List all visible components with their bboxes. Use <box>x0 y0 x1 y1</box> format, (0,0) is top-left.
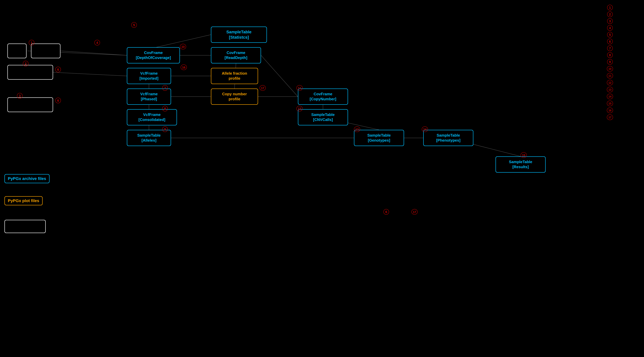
node-covframe-copynumber: CovFrame [CopyNumber] <box>298 88 348 105</box>
node-sample-table-cnvcalls: SampleTable [CNVCalls] <box>298 109 348 126</box>
svg-line-2 <box>53 72 127 76</box>
legend-yellow: PyPGx plot files <box>4 196 42 205</box>
circled-num-10: 10 <box>180 44 186 50</box>
node-allele-fraction: Allele fraction profile <box>211 68 258 84</box>
svg-line-10 <box>261 55 298 97</box>
legend-cyan: PyPGx archive files <box>4 174 50 183</box>
circled-num-17-bottom: 17 <box>412 209 418 215</box>
input-box-2 <box>7 65 53 80</box>
input-box-3 <box>7 97 53 112</box>
node-vcfframe-consolidated: VcfFrame [Consolidated] <box>127 109 177 126</box>
node-sample-table-phenotypes: SampleTable [Phenotypes] <box>423 130 474 146</box>
node-covframe-depth: CovFrame [DepthOfCoverage] <box>127 47 180 64</box>
circled-num-6a: 6 <box>55 66 61 72</box>
node-covframe-readdepth: CovFrame [ReadDepth] <box>211 47 261 64</box>
input-box-1a <box>7 44 26 58</box>
circled-num-12: 12 <box>296 106 302 112</box>
node-copy-number-profile: Copy number profile <box>211 88 258 105</box>
node-sample-table-alleles: SampleTable [Alleles] <box>127 130 171 146</box>
node-sample-table-genotypes: SampleTable [Genotypes] <box>354 130 404 146</box>
circled-num-7: 7 <box>162 85 168 91</box>
circled-num-15: 15 <box>520 152 527 158</box>
node-sample-table-statistics: SampleTable [Statistcs] <box>211 26 267 43</box>
circled-num-9: 9 <box>162 126 168 132</box>
circled-num-5: 5 <box>131 22 137 28</box>
input-box-1b <box>31 44 60 58</box>
circled-num-4: 4 <box>94 40 100 46</box>
circled-num-6-bottom: 6 <box>384 209 389 215</box>
circled-num-6b: 6 <box>55 97 61 103</box>
node-sample-table-results: SampleTable [Results] <box>496 156 546 172</box>
circled-num-14: 14 <box>422 126 428 132</box>
circled-num-17a: 17 <box>260 85 266 91</box>
svg-line-1 <box>60 51 127 55</box>
right-num-column: 1 2 3 4 5 6 7 8 9 10 11 12 13 14 15 16 1… <box>607 4 613 120</box>
legend-white <box>4 220 46 233</box>
circled-num-3: 3 <box>17 93 22 98</box>
circled-num-1: 1 <box>29 40 34 46</box>
circled-num-11: 11 <box>296 85 302 91</box>
circled-num-2: 2 <box>23 60 28 66</box>
connections-svg <box>0 0 644 357</box>
node-vcfframe-phased: VcfFrame [Phased] <box>127 88 171 105</box>
node-vcfframe-imported: VcfFrame [Imported] <box>127 68 171 84</box>
circled-num-8: 8 <box>162 106 168 112</box>
circled-num-13: 13 <box>354 126 360 132</box>
circled-num-16: 16 <box>181 64 187 70</box>
